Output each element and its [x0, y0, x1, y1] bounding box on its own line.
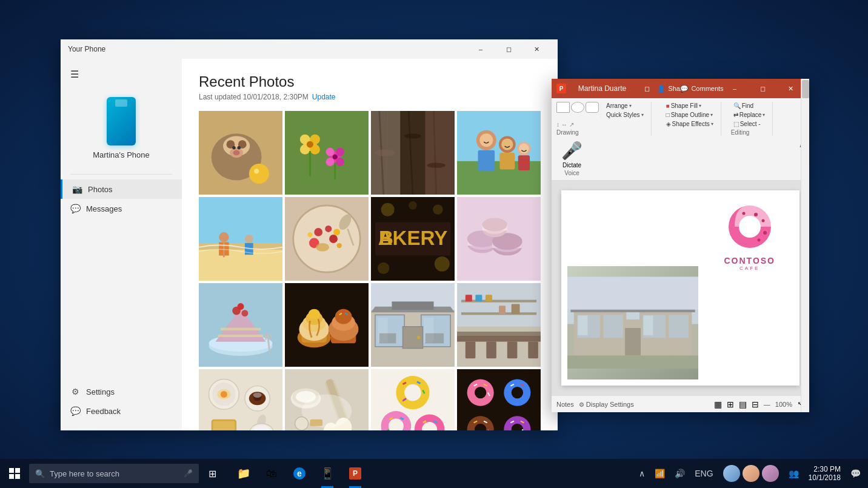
view-presenter-btn[interactable]: ⊟: [752, 399, 759, 409]
svg-point-213: [754, 213, 758, 216]
svg-point-91: [482, 218, 507, 232]
shape-outline-btn[interactable]: □ Shape Outline ▾: [664, 111, 716, 119]
quick-styles-btn[interactable]: Quick Styles ▾: [604, 111, 646, 119]
svg-point-19: [307, 141, 313, 148]
sidebar-item-settings[interactable]: ⚙ Settings: [61, 382, 182, 401]
notes-btn[interactable]: Notes: [556, 401, 574, 408]
desktop: Your Phone – ◻ ✕ ☰ Martina's Phone 📷 Pho…: [0, 0, 868, 488]
restore-button[interactable]: ◻: [638, 79, 655, 98]
avatar-3[interactable]: [762, 465, 779, 482]
svg-rect-137: [466, 342, 476, 359]
editing-label: Editing: [731, 129, 768, 136]
svg-rect-232: [567, 356, 698, 369]
store-icon: 🛍: [266, 467, 277, 480]
photo-9[interactable]: [199, 283, 282, 367]
close-button[interactable]: ✕: [522, 39, 550, 59]
language-icon[interactable]: ENG: [692, 469, 715, 478]
microphone-icon[interactable]: 🎤: [184, 469, 193, 478]
ppt-slide-area[interactable]: C CONTOSO CAFE: [552, 181, 809, 395]
svg-point-7: [232, 146, 236, 150]
photo-2[interactable]: [285, 111, 369, 195]
photo-14[interactable]: [285, 369, 369, 430]
photo-13[interactable]: [199, 369, 282, 430]
svg-point-8: [237, 146, 241, 150]
photo-8[interactable]: [457, 197, 541, 281]
svg-point-77: [435, 256, 450, 272]
photo-15[interactable]: [371, 369, 455, 430]
hamburger-menu[interactable]: ☰: [61, 64, 182, 85]
taskbar-edge[interactable]: e: [286, 459, 313, 488]
start-button[interactable]: [0, 459, 29, 488]
taskbar-task-view[interactable]: ⊞: [199, 459, 225, 488]
view-normal-btn[interactable]: ▦: [714, 399, 722, 409]
people-icon[interactable]: 👥: [786, 469, 801, 478]
taskbar-powerpoint[interactable]: P: [342, 459, 369, 488]
zoom-level: —: [764, 401, 770, 408]
maximize-button[interactable]: ◻: [495, 39, 522, 59]
arrange-btn[interactable]: Arrange ▾: [604, 102, 646, 110]
show-hidden-icons[interactable]: ∧: [636, 469, 647, 478]
dictate-icon[interactable]: 🎤: [561, 141, 583, 161]
photo-5[interactable]: [199, 197, 282, 281]
shape-fill-btn[interactable]: ■ Shape Fill ▾: [664, 102, 716, 110]
avatar-1[interactable]: [723, 465, 740, 482]
photo-12[interactable]: [457, 283, 541, 367]
svg-point-21: [326, 148, 335, 156]
shape-effects-btn[interactable]: ◈ Shape Effects ▾: [664, 120, 716, 128]
rectangle-shape-btn[interactable]: [556, 102, 570, 113]
oval-shape-btn[interactable]: [571, 102, 584, 113]
slide-photo[interactable]: [567, 266, 698, 379]
ppt-scrollbar[interactable]: [801, 181, 809, 395]
ppt-window: P Martina Duarte ◻ 👤 Share 💬 Comments – …: [552, 79, 809, 412]
your-phone-window-controls: – ◻ ✕: [467, 39, 550, 59]
svg-point-75: [433, 204, 443, 215]
sidebar-item-feedback[interactable]: 💬 Feedback: [61, 401, 182, 421]
taskbar-search[interactable]: 🔍 Type here to search 🎤: [29, 464, 199, 483]
svg-point-126: [417, 336, 421, 339]
ppt-maximize-button[interactable]: ◻: [749, 79, 776, 98]
photo-4[interactable]: [457, 111, 541, 195]
select-btn[interactable]: ⬚ Select -: [731, 120, 768, 128]
arrow-btn[interactable]: ↕ ↔ ↗: [556, 121, 574, 128]
ppt-minimize-button[interactable]: –: [721, 79, 749, 98]
photo-1[interactable]: [199, 111, 282, 195]
sidebar-bottom: ⚙ Settings 💬 Feedback: [61, 382, 182, 426]
photo-16[interactable]: [457, 369, 541, 430]
display-settings-btn[interactable]: ⚙ Display Settings: [579, 401, 634, 408]
photo-6[interactable]: [285, 197, 369, 281]
view-slide-sorter-btn[interactable]: ⊞: [727, 399, 734, 409]
svg-point-67: [337, 243, 342, 248]
taskbar-file-explorer[interactable]: 📁: [230, 459, 257, 488]
photo-10[interactable]: [285, 283, 369, 367]
svg-point-59: [293, 206, 360, 272]
sidebar-item-photos[interactable]: 📷 Photos: [61, 179, 182, 199]
sidebar-item-messages[interactable]: 💬 Messages: [61, 199, 182, 218]
svg-rect-143: [466, 295, 472, 301]
taskbar-your-phone[interactable]: 📱: [314, 459, 341, 488]
replace-btn[interactable]: ⇄ Replace ▾: [731, 111, 768, 119]
main-content: Recent Photos Last updated 10/01/2018, 2…: [182, 59, 558, 430]
find-btn[interactable]: 🔍 Find: [731, 102, 768, 110]
comments-button[interactable]: 💬 Comments: [688, 79, 716, 98]
view-reading-btn[interactable]: ▤: [739, 399, 747, 409]
update-link[interactable]: Update: [312, 93, 336, 101]
svg-rect-127: [392, 301, 434, 310]
sidebar-divider: [70, 174, 172, 175]
photo-7[interactable]: AKERY B: [371, 197, 455, 281]
svg-rect-229: [625, 328, 641, 355]
photo-3[interactable]: [371, 111, 455, 195]
avatar-2[interactable]: [743, 465, 760, 482]
taskbar-store[interactable]: 🛍: [258, 459, 285, 488]
clock[interactable]: 2:30 PM 10/1/2018: [804, 465, 846, 482]
network-icon[interactable]: 📶: [652, 469, 667, 478]
svg-rect-131: [426, 333, 444, 344]
svg-point-215: [761, 219, 764, 222]
volume-icon[interactable]: 🔊: [672, 469, 687, 478]
svg-rect-26: [309, 151, 311, 176]
svg-rect-44: [499, 153, 515, 170]
action-center-icon[interactable]: 💬: [848, 469, 863, 478]
shape-btn-3[interactable]: [586, 102, 599, 113]
svg-point-23: [326, 158, 335, 166]
photo-11[interactable]: [371, 283, 455, 367]
minimize-button[interactable]: –: [467, 39, 495, 59]
